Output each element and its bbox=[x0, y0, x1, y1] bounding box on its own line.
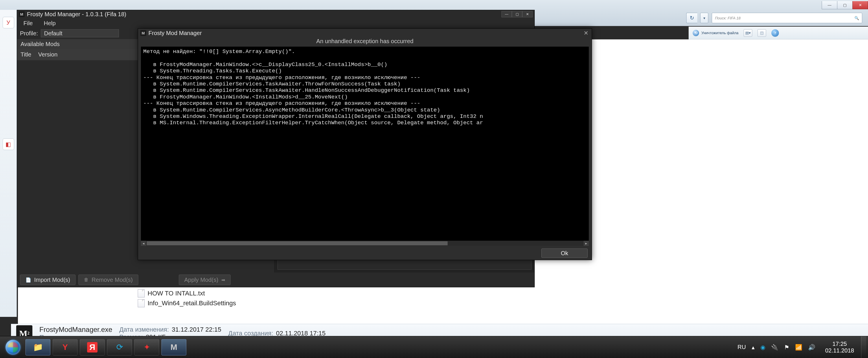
tray-power-icon[interactable]: 🔌 bbox=[771, 344, 778, 351]
scroll-left-arrow[interactable]: ◄ bbox=[141, 241, 146, 246]
tray-chevron-up-icon[interactable]: ▴ bbox=[752, 344, 754, 351]
tray-clock[interactable]: 17:25 02.11.2018 bbox=[821, 340, 858, 354]
remove-label: Remove Mod(s) bbox=[91, 277, 132, 283]
file-shredder-button[interactable]: ⟲ Уничтожитель файла bbox=[693, 30, 738, 36]
frosty-titlebar[interactable]: M Frosty Mod Manager - 1.0.3.1 (Fifa 18)… bbox=[17, 10, 534, 18]
taskbar-frosty[interactable]: M bbox=[161, 339, 186, 355]
import-label: Import Mod(s) bbox=[34, 277, 70, 283]
file-row[interactable]: Info_Win64_retail.BuildSettings bbox=[138, 298, 236, 308]
remove-icon: 🗑 bbox=[84, 277, 89, 282]
scroll-right-arrow[interactable]: ► bbox=[584, 241, 589, 246]
col-title: Title bbox=[21, 51, 31, 58]
shredder-label: Уничтожитель файла bbox=[701, 31, 738, 35]
menu-file[interactable]: File bbox=[18, 18, 38, 28]
frosty-footer: 📄Import Mod(s) 🗑Remove Mod(s) Apply Mod(… bbox=[17, 273, 534, 287]
error-titlebar[interactable]: M Frosty Mod Manager ✕ bbox=[138, 29, 592, 37]
menu-help[interactable]: Help bbox=[38, 18, 61, 28]
search-placeholder: Поиск: FIFA 18 bbox=[715, 16, 741, 20]
system-tray: RU ▴ ◉ 🔌 ⚑ 📶 🔊 17:25 02.11.2018 bbox=[738, 340, 861, 354]
remove-mods-button[interactable]: 🗑Remove Mod(s) bbox=[79, 275, 138, 285]
file-name: HOW TO INTALL.txt bbox=[148, 290, 205, 297]
window-minimize-button[interactable]: — bbox=[822, 1, 837, 9]
frosty-maximize-button[interactable]: ▢ bbox=[512, 11, 522, 18]
help-button[interactable]: ? bbox=[771, 29, 779, 37]
shredder-icon: ⟲ bbox=[693, 30, 699, 36]
preview-pane-button[interactable]: ◫ bbox=[757, 29, 766, 37]
frosty-logo-icon: M bbox=[140, 30, 146, 36]
taskbar-yandex-browser[interactable]: Y bbox=[53, 339, 78, 355]
clock-date: 02.11.2018 bbox=[825, 347, 854, 354]
view-options-button[interactable]: ▤▾ bbox=[744, 29, 752, 37]
error-close-button[interactable]: ✕ bbox=[582, 30, 589, 36]
file-icon bbox=[138, 299, 145, 307]
tray-app-icon[interactable]: ◉ bbox=[761, 344, 765, 351]
file-icon bbox=[138, 290, 145, 298]
details-filename: FrostyModManager.exe bbox=[39, 326, 112, 334]
taskbar-yandex[interactable]: Я bbox=[80, 339, 105, 355]
frosty-logo-icon: M bbox=[19, 11, 25, 17]
window-maximize-button[interactable]: ▢ bbox=[837, 1, 852, 9]
clock-time: 17:25 bbox=[832, 340, 847, 347]
start-button[interactable] bbox=[2, 338, 24, 356]
window-close-button[interactable]: ✕ bbox=[852, 1, 868, 9]
profile-value: Default bbox=[44, 30, 62, 37]
taskbar-app-blue[interactable]: ⟳ bbox=[107, 339, 132, 355]
modified-value: 31.12.2017 22:15 bbox=[172, 326, 221, 333]
error-stacktrace[interactable]: Метод не найден: "!!0[] System.Array.Emp… bbox=[141, 47, 589, 242]
address-history-button[interactable]: ▾ bbox=[700, 13, 708, 23]
tray-language[interactable]: RU bbox=[738, 344, 746, 351]
error-title-text: Frosty Mod Manager bbox=[148, 30, 202, 36]
taskbar: 📁 Y Я ⟳ ✦ M RU ▴ ◉ 🔌 ⚑ 📶 🔊 17:25 02.11.2… bbox=[0, 336, 868, 358]
col-version: Version bbox=[38, 51, 58, 58]
explorer-search-input[interactable]: Поиск: FIFA 18 🔍 bbox=[712, 13, 862, 23]
taskbar-explorer[interactable]: 📁 bbox=[26, 339, 50, 355]
show-desktop-button[interactable] bbox=[861, 336, 866, 358]
profile-combo[interactable]: Default bbox=[41, 29, 119, 37]
tray-volume-icon[interactable]: 🔊 bbox=[808, 344, 815, 351]
yandex-icon: У bbox=[3, 17, 14, 28]
modified-label: Дата изменения: bbox=[119, 326, 169, 333]
windows-orb-icon bbox=[5, 340, 21, 355]
apply-label: Apply Mod(s) bbox=[184, 277, 218, 283]
file-row[interactable]: HOW TO INTALL.txt bbox=[138, 288, 236, 298]
tray-network-icon[interactable]: 📶 bbox=[795, 344, 802, 351]
scroll-thumb[interactable] bbox=[147, 241, 447, 245]
tray-flag-icon[interactable]: ⚑ bbox=[784, 344, 789, 351]
error-ok-button[interactable]: Ok bbox=[541, 249, 588, 258]
apply-mods-button[interactable]: Apply Mod(s)➡ bbox=[179, 275, 230, 285]
error-horizontal-scrollbar[interactable]: ◄ ► bbox=[141, 241, 589, 246]
file-list: HOW TO INTALL.txt Info_Win64_retail.Buil… bbox=[138, 288, 236, 308]
import-mods-button[interactable]: 📄Import Mod(s) bbox=[20, 275, 75, 285]
search-icon: 🔍 bbox=[855, 16, 859, 20]
taskbar-app-red[interactable]: ✦ bbox=[134, 339, 159, 355]
address-refresh-button[interactable]: ↻ bbox=[686, 13, 697, 23]
frosty-title: Frosty Mod Manager - 1.0.3.1 (Fifa 18) bbox=[27, 11, 126, 18]
profile-label: Profile: bbox=[20, 30, 38, 37]
app-icon: ◧ bbox=[3, 138, 14, 150]
file-name: Info_Win64_retail.BuildSettings bbox=[148, 300, 236, 307]
arrow-right-icon: ➡ bbox=[221, 277, 225, 283]
error-dialog: M Frosty Mod Manager ✕ An unhandled exce… bbox=[138, 28, 592, 260]
frosty-minimize-button[interactable]: — bbox=[501, 11, 512, 18]
import-icon: 📄 bbox=[26, 277, 31, 283]
background-window-edge: У ◧ bbox=[0, 10, 17, 317]
frosty-close-button[interactable]: ✕ bbox=[522, 11, 533, 18]
explorer-toolbar: ⟲ Уничтожитель файла ▤▾ ◫ ? bbox=[689, 27, 868, 39]
error-subtitle: An unhandled exception has occurred bbox=[138, 37, 592, 46]
frosty-menubar: File Help bbox=[17, 18, 534, 28]
